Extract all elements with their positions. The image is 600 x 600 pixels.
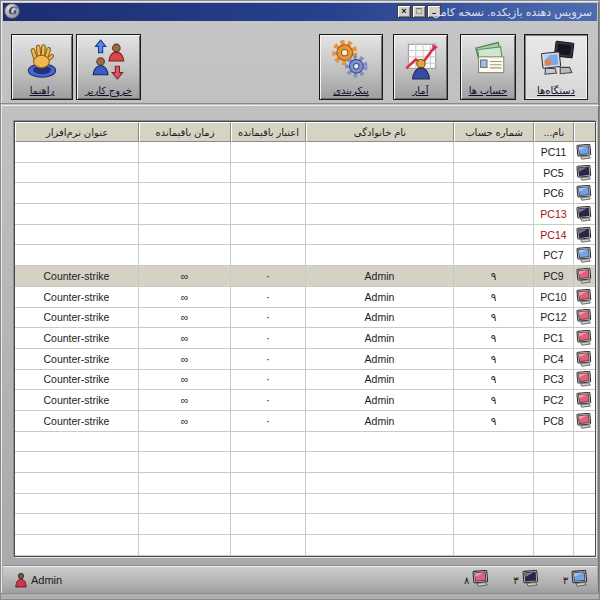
empty-cell	[574, 452, 595, 473]
table-row[interactable]: Counter-strike∞۰Admin۹PC9	[15, 266, 595, 287]
name-cell: PC1	[534, 328, 574, 349]
idle-device-count: ۳	[563, 570, 589, 591]
empty-cell	[574, 494, 595, 515]
software-cell: Counter-strike	[15, 370, 139, 391]
family-cell	[306, 142, 454, 163]
table-row[interactable]: PC7	[15, 245, 595, 266]
column-header-name[interactable]: نام...	[534, 122, 574, 142]
software-cell	[15, 204, 139, 225]
time-cell	[139, 142, 231, 163]
time-cell	[139, 225, 231, 246]
name-cell: PC10	[534, 287, 574, 308]
table-row[interactable]: Counter-strike∞۰Admin۹PC8	[15, 411, 595, 432]
monitor-icon	[576, 227, 593, 243]
status-icon-cell	[574, 225, 595, 246]
family-cell: Admin	[306, 308, 454, 329]
close-button[interactable]: ×	[397, 5, 411, 18]
empty-cell	[534, 432, 574, 453]
family-cell: Admin	[306, 349, 454, 370]
empty-cell	[139, 494, 231, 515]
empty-cell	[574, 535, 595, 556]
table-row[interactable]: PC14	[15, 225, 595, 246]
account-cell: ۹	[454, 308, 534, 329]
name-cell: PC3	[534, 370, 574, 391]
column-header-software[interactable]: عنوان نرم‌افزار	[15, 122, 139, 142]
credit-cell: ۰	[231, 287, 306, 308]
maximize-button[interactable]: □	[412, 5, 426, 18]
column-header-credit-left[interactable]: اعتبار باقیمانده	[231, 122, 306, 142]
software-cell: Counter-strike	[15, 390, 139, 411]
time-cell: ∞	[139, 411, 231, 432]
account-cell	[454, 142, 534, 163]
accounts-button[interactable]: حساب ها	[460, 34, 516, 100]
credit-cell: ۰	[231, 390, 306, 411]
empty-cell	[231, 535, 306, 556]
software-cell: Counter-strike	[15, 287, 139, 308]
credit-cell: ۰	[231, 370, 306, 391]
monitor-icon	[472, 570, 490, 587]
logout-user-button[interactable]: خروج کاربر	[76, 34, 141, 100]
window-title: سرویس دهنده بازیکده. نسخه کامل	[432, 3, 592, 21]
column-header-account-no[interactable]: شماره حساب	[454, 122, 534, 142]
credit-cell	[231, 245, 306, 266]
account-cell: ۹	[454, 349, 534, 370]
table-row[interactable]: Counter-strike∞۰Admin۹PC2	[15, 390, 595, 411]
empty-table-row	[15, 514, 595, 535]
family-cell	[306, 183, 454, 204]
gears-icon	[330, 35, 372, 85]
devices-monitors-icon	[535, 35, 577, 85]
table-row[interactable]: PC6	[15, 183, 595, 204]
credit-cell: ۰	[231, 411, 306, 432]
column-header-time-left[interactable]: زمان باقیمانده	[139, 122, 231, 142]
empty-cell	[534, 514, 574, 535]
account-cell: ۹	[454, 328, 534, 349]
status-icon-cell	[574, 142, 595, 163]
table-row[interactable]: PC13	[15, 204, 595, 225]
name-cell: PC14	[534, 225, 574, 246]
account-cards-icon	[467, 35, 509, 85]
table-row[interactable]: Counter-strike∞۰Admin۹PC12	[15, 308, 595, 329]
config-button[interactable]: پیکربندی	[319, 34, 383, 100]
empty-cell	[15, 452, 139, 473]
time-cell: ∞	[139, 328, 231, 349]
table-row[interactable]: PC11	[15, 142, 595, 163]
monitor-icon	[576, 289, 593, 305]
window-bottom-edge	[1, 593, 599, 599]
time-cell: ∞	[139, 287, 231, 308]
monitor-icon	[576, 371, 593, 387]
family-cell	[306, 245, 454, 266]
title-bar[interactable]: G × □ ـ سرویس دهنده بازیکده. نسخه کامل	[3, 3, 597, 21]
devices-button[interactable]: دستگاه‌ها	[524, 34, 588, 100]
table-row[interactable]: Counter-strike∞۰Admin۹PC3	[15, 370, 595, 391]
app-logo-icon[interactable]: G	[4, 3, 20, 19]
account-cell: ۹	[454, 370, 534, 391]
family-cell	[306, 204, 454, 225]
account-cell	[454, 204, 534, 225]
empty-table-row	[15, 432, 595, 453]
family-cell	[306, 225, 454, 246]
account-cell: ۹	[454, 390, 534, 411]
column-header-family-name[interactable]: نام خانوادگی	[306, 122, 454, 142]
monitor-icon	[576, 144, 593, 160]
empty-cell	[534, 473, 574, 494]
devices-table: عنوان نرم‌افزار زمان باقیمانده اعتبار با…	[14, 121, 596, 557]
empty-cell	[139, 535, 231, 556]
monitor-icon	[576, 351, 593, 367]
table-row[interactable]: Counter-strike∞۰Admin۹PC1	[15, 328, 595, 349]
table-row[interactable]: Counter-strike∞۰Admin۹PC10	[15, 287, 595, 308]
empty-cell	[454, 514, 534, 535]
name-cell: PC4	[534, 349, 574, 370]
table-body: PC11PC5PC6PC13PC14PC7Counter-strike∞۰Adm…	[15, 142, 595, 556]
empty-table-row	[15, 473, 595, 494]
accounts-button-label: حساب ها	[469, 85, 508, 99]
column-header-status-icon[interactable]	[574, 122, 595, 142]
stats-button[interactable]: آمار	[393, 34, 448, 100]
empty-cell	[534, 535, 574, 556]
credit-cell	[231, 142, 306, 163]
time-cell: ∞	[139, 308, 231, 329]
empty-cell	[574, 432, 595, 453]
help-button[interactable]: راهنما	[11, 34, 73, 100]
table-row[interactable]: Counter-strike∞۰Admin۹PC4	[15, 349, 595, 370]
time-cell	[139, 245, 231, 266]
table-row[interactable]: PC5	[15, 163, 595, 184]
